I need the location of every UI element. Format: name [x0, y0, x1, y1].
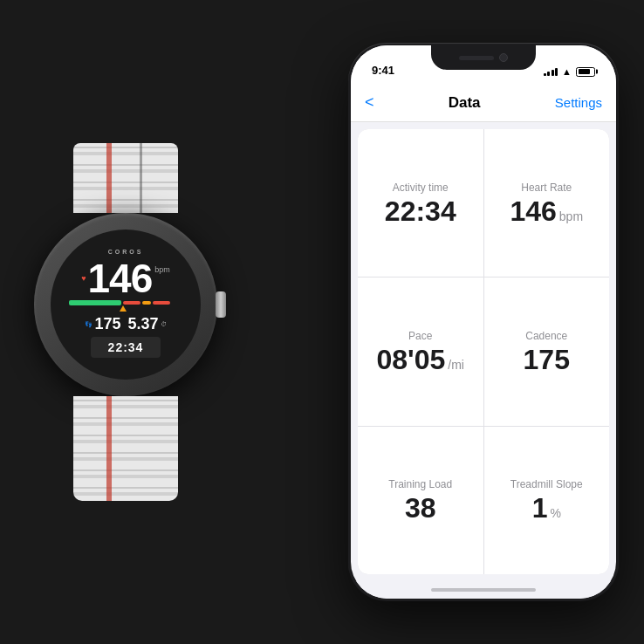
nav-bar: < Data Settings [351, 84, 616, 122]
heart-icon: ♥ [81, 274, 86, 283]
progress-yellow [142, 301, 151, 305]
activity-time-value: 22:34 [385, 197, 456, 225]
watch-screen: COROS ♥ 146 bpm � [51, 230, 201, 380]
treadmill-slope-unit: % [550, 506, 560, 520]
watch-crown [216, 291, 226, 318]
heart-rate-unit: bpm [559, 209, 583, 223]
cadence-value-row: 175 [524, 346, 570, 373]
cell-treadmill-slope: Treadmill Slope 1 % [484, 427, 610, 574]
cadence-icon: 👣 [85, 321, 92, 328]
battery-icon [576, 67, 595, 77]
status-time: 9:41 [372, 64, 394, 77]
phone-container: 9:41 ▲ [348, 43, 619, 601]
watch-band-bottom [73, 396, 178, 501]
watch-cadence-value: 175 [94, 315, 120, 333]
progress-green [69, 300, 121, 305]
signal-bar-1 [544, 73, 546, 76]
pace-value: 08'05 [377, 346, 446, 373]
watch-brand: COROS [108, 249, 144, 255]
cell-training-load: Training Load 38 [358, 427, 483, 574]
nav-title: Data [449, 94, 481, 112]
heart-rate-label: Heart Rate [521, 182, 572, 194]
home-indicator [351, 581, 616, 599]
wifi-icon: ▲ [562, 66, 572, 77]
progress-red-right [153, 301, 170, 305]
signal-bar-2 [547, 72, 550, 76]
heart-rate-value-row: 146 bpm [510, 197, 583, 225]
home-bar [431, 588, 536, 592]
notch-camera [499, 53, 508, 62]
treadmill-slope-value-row: 1 % [532, 494, 561, 522]
cell-cadence: Cadence 175 [484, 277, 610, 425]
watch-hr-row: ♥ 146 bpm [81, 258, 170, 298]
watch-hr-display: 146 [88, 258, 153, 298]
progress-red-left [123, 301, 140, 305]
signal-bar-4 [555, 68, 558, 76]
cell-pace: Pace 08'05 /mi [358, 277, 483, 425]
watch-distance-value: 5.37 [128, 315, 159, 333]
watch-cadence-stat: 👣 175 [85, 315, 120, 333]
pace-value-row: 08'05 /mi [377, 346, 464, 373]
heart-rate-value: 146 [510, 197, 556, 225]
watch-progress-area [69, 300, 182, 312]
treadmill-slope-label: Treadmill Slope [510, 478, 583, 490]
activity-time-value-row: 22:34 [385, 197, 456, 225]
activity-time-label: Activity time [393, 182, 449, 194]
phone-frame: 9:41 ▲ [348, 43, 619, 601]
cell-heart-rate: Heart Rate 146 bpm [484, 129, 610, 277]
watch-distance-stat: 5.37 ⏱ [128, 315, 167, 333]
pace-label: Pace [408, 330, 432, 342]
nav-back-button[interactable]: < [365, 93, 374, 112]
signal-bar-3 [552, 70, 554, 76]
phone-inner: 9:41 ▲ [351, 45, 616, 599]
nav-settings-button[interactable]: Settings [555, 95, 602, 110]
watch-time-display: 22:34 [108, 340, 144, 354]
phone-notch [431, 45, 536, 70]
battery-fill [579, 69, 591, 74]
watch-body: COROS ♥ 146 bpm � [34, 213, 217, 396]
cadence-label: Cadence [525, 330, 567, 342]
treadmill-slope-value: 1 [532, 494, 548, 522]
scene: COROS ♥ 146 bpm � [8, 17, 636, 627]
pace-unit: /mi [448, 358, 464, 372]
notch-speaker [459, 56, 494, 60]
pace-triangle-icon [120, 305, 127, 312]
watch-stats-row: 👣 175 5.37 ⏱ [85, 315, 166, 333]
cadence-value: 175 [524, 346, 570, 373]
cell-activity-time: Activity time 22:34 [358, 129, 483, 277]
status-icons: ▲ [544, 66, 595, 77]
data-grid: Activity time 22:34 Heart Rate 146 bpm [358, 129, 609, 574]
watch-band-top [73, 143, 178, 213]
training-load-label: Training Load [388, 478, 452, 490]
signal-bars [544, 67, 558, 76]
watch-time-bar: 22:34 [91, 337, 161, 358]
training-load-value-row: 38 [405, 494, 436, 522]
training-load-value: 38 [405, 494, 436, 522]
distance-icon: ⏱ [161, 321, 167, 327]
watch-bpm-unit: bpm [154, 265, 170, 274]
watch-container: COROS ♥ 146 bpm � [34, 143, 217, 501]
